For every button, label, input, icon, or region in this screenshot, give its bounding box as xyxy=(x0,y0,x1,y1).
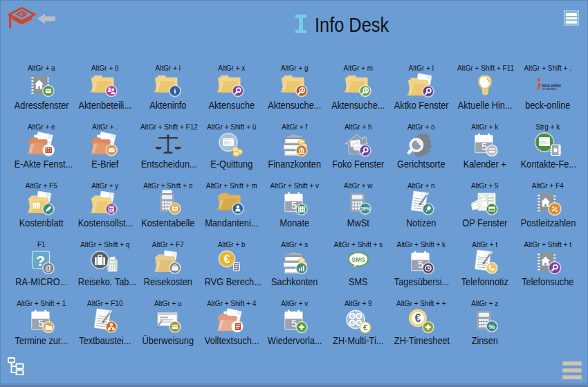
svg-text:Mini: Mini xyxy=(542,143,547,146)
svg-text:€: € xyxy=(224,253,230,265)
svg-text:SMS: SMS xyxy=(351,256,365,263)
svg-text:DIE DATENBANK: DIE DATENBANK xyxy=(542,88,558,91)
svg-text:€: € xyxy=(362,323,367,332)
svg-text:@: @ xyxy=(45,264,52,272)
svg-text:beck-online: beck-online xyxy=(542,83,562,88)
svg-text:€: € xyxy=(415,312,421,324)
svg-text:%: % xyxy=(488,323,495,330)
svg-text:i: i xyxy=(174,87,176,95)
svg-text:19%: 19% xyxy=(360,206,370,211)
